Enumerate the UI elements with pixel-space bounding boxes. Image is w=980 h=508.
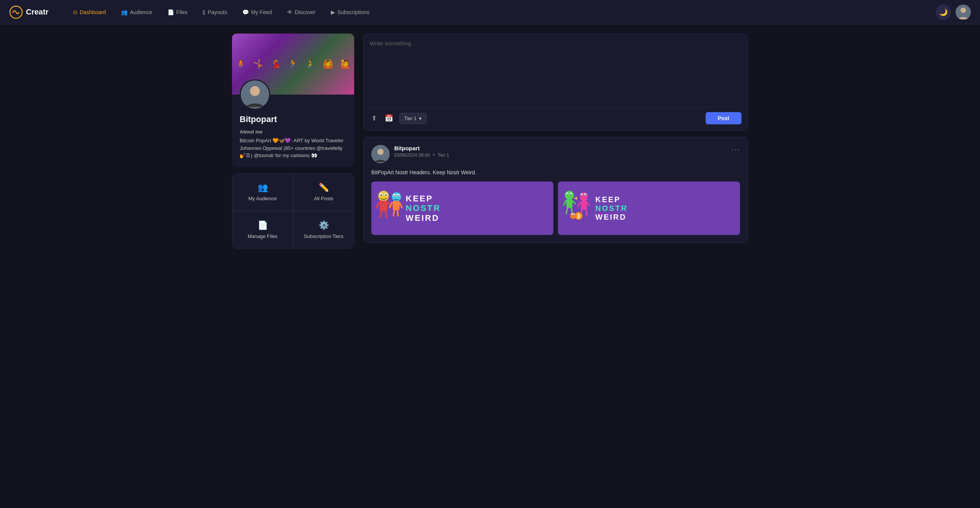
all-posts-icon: ✏️: [319, 183, 329, 193]
svg-point-8: [378, 191, 389, 201]
upload-icon-btn[interactable]: ⬆: [370, 113, 379, 124]
svg-line-37: [571, 208, 572, 214]
nav-item-discover[interactable]: 👁 Discover: [281, 6, 321, 18]
post-more-button[interactable]: ···: [731, 145, 740, 154]
post-date-tier: 03/06/2024 09:40 • Tier 1: [394, 153, 727, 158]
grid-nav-manage-files[interactable]: 📄 Manage Files: [232, 211, 293, 249]
post-date: 03/06/2024 09:40: [394, 153, 430, 158]
post-button[interactable]: Post: [706, 112, 741, 124]
svg-point-54: [571, 214, 572, 215]
manage-files-icon: 📄: [258, 220, 268, 230]
post-image-1: KEEP NOSTR WEIRD: [371, 182, 553, 235]
svg-text:₿: ₿: [577, 213, 580, 219]
right-panel: ⬆ 📅 Tier 1 ▾ Post: [363, 34, 748, 249]
top-nav: Creatr ⊙ Dashboard 👥 Audience 📄 Files ₿ …: [0, 0, 980, 24]
svg-line-27: [397, 210, 398, 216]
compose-box: ⬆ 📅 Tier 1 ▾ Post: [363, 34, 748, 131]
nav-item-audience[interactable]: 👥 Audience: [115, 6, 158, 18]
profile-card: 🧍🤸💃🏃🧎🙆🙋 Bitpopart About me Bitcoin PopAr…: [232, 34, 354, 167]
svg-point-31: [567, 194, 568, 195]
nav-item-payouts[interactable]: ₿ Payouts: [197, 6, 233, 18]
my-audience-icon: 👥: [258, 183, 268, 193]
chevron-down-icon: ▾: [419, 116, 422, 121]
files-icon: 📄: [168, 9, 174, 15]
svg-point-5: [250, 86, 260, 96]
svg-line-16: [380, 211, 382, 217]
svg-line-34: [564, 201, 566, 205]
tier-label: Tier 1: [404, 116, 417, 121]
svg-line-48: [586, 209, 587, 215]
grid-nav: 👥 My Audience ✏️ All Posts 📄 Manage File…: [232, 173, 354, 249]
svg-line-25: [400, 203, 402, 207]
svg-point-55: [574, 214, 574, 215]
subscriptions-icon: ▶: [331, 9, 335, 15]
post-header: Bitpopart 03/06/2024 09:40 • Tier 1 ···: [371, 145, 740, 163]
post-author-avatar: [371, 145, 390, 163]
logo-icon: [9, 5, 23, 19]
grid-nav-subscription-tiers[interactable]: ⚙️ Subscription Tiers: [293, 211, 354, 249]
svg-line-46: [587, 202, 589, 205]
post-author-name: Bitpopart: [394, 145, 727, 151]
svg-point-22: [398, 195, 399, 196]
about-label: About me: [240, 129, 347, 135]
dark-mode-toggle[interactable]: 🌙: [936, 5, 951, 20]
dashboard-icon: ⊙: [73, 9, 77, 15]
svg-line-24: [390, 203, 392, 207]
left-panel: 🧍🤸💃🏃🧎🙆🙋 Bitpopart About me Bitcoin PopAr…: [232, 34, 354, 249]
post-meta: Bitpopart 03/06/2024 09:40 • Tier 1: [394, 145, 727, 158]
nav-item-files[interactable]: 📄 Files: [161, 6, 194, 18]
svg-point-32: [571, 194, 572, 195]
monster-figure-1: [376, 188, 403, 227]
compose-textarea[interactable]: [370, 40, 741, 101]
svg-point-3: [961, 8, 966, 13]
dot-separator: •: [433, 153, 434, 158]
about-text: Bitcoin PopArt 🧡🦋💜- ART by World Travele…: [240, 137, 347, 159]
svg-rect-13: [380, 201, 387, 211]
svg-point-42: [581, 195, 582, 196]
profile-avatar-wrap: [232, 79, 354, 110]
profile-avatar: [240, 79, 270, 110]
calendar-icon-btn[interactable]: 📅: [383, 113, 395, 124]
tier-dropdown[interactable]: Tier 1 ▾: [399, 113, 427, 124]
svg-rect-44: [581, 201, 587, 209]
grid-nav-all-posts[interactable]: ✏️ All Posts: [293, 173, 354, 211]
monster-figure-2: ₿: [563, 188, 593, 227]
app-name: Creatr: [26, 8, 48, 16]
svg-point-43: [585, 195, 586, 196]
post-image-2: ₿ KEEP NOSTR WE: [558, 182, 740, 235]
svg-marker-38: [574, 197, 577, 200]
nav-item-subscriptions[interactable]: ▶ Subscriptions: [325, 6, 376, 18]
my-feed-icon: 💬: [242, 9, 249, 15]
svg-line-35: [572, 201, 575, 204]
main-layout: 🧍🤸💃🏃🧎🙆🙋 Bitpopart About me Bitcoin PopAr…: [223, 24, 757, 258]
svg-point-11: [380, 194, 382, 196]
nav-item-my-feed[interactable]: 💬 My Feed: [236, 6, 278, 18]
nav-links: ⊙ Dashboard 👥 Audience 📄 Files ₿ Payouts…: [67, 6, 936, 18]
svg-line-45: [578, 202, 580, 207]
nav-item-dashboard[interactable]: ⊙ Dashboard: [67, 6, 112, 18]
user-avatar[interactable]: [956, 5, 971, 20]
svg-point-21: [394, 195, 395, 196]
svg-line-36: [566, 208, 567, 214]
svg-point-28: [565, 191, 574, 200]
svg-point-12: [385, 194, 387, 196]
svg-line-14: [377, 202, 379, 207]
svg-line-26: [393, 210, 394, 216]
grid-nav-my-audience[interactable]: 👥 My Audience: [232, 173, 293, 211]
svg-point-7: [377, 149, 384, 155]
svg-point-1: [12, 11, 14, 13]
profile-info: Bitpopart About me Bitcoin PopArt 🧡🦋💜- A…: [232, 110, 354, 167]
subscription-tiers-icon: ⚙️: [319, 220, 329, 230]
post-text: BitPopArt Nostr Headers. Keep Nostr Weir…: [371, 169, 740, 175]
nav-right: 🌙: [936, 5, 971, 20]
audience-icon: 👥: [121, 9, 127, 15]
post-card: Bitpopart 03/06/2024 09:40 • Tier 1 ··· …: [363, 137, 748, 243]
post-tier-badge: Tier 1: [438, 153, 449, 158]
post-images: KEEP NOSTR WEIRD: [371, 182, 740, 235]
app-logo[interactable]: Creatr: [9, 5, 48, 19]
svg-line-17: [385, 211, 387, 217]
compose-footer: ⬆ 📅 Tier 1 ▾ Post: [370, 107, 741, 124]
profile-name: Bitpopart: [240, 114, 347, 124]
payouts-icon: ₿: [203, 9, 205, 15]
discover-icon: 👁: [287, 9, 292, 15]
